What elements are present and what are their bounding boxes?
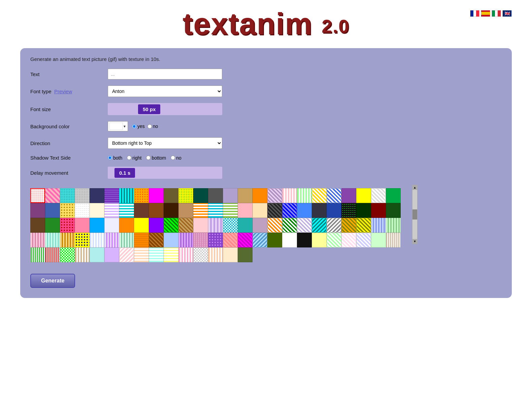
texture-item[interactable]	[193, 218, 208, 233]
texture-item[interactable]	[104, 233, 119, 247]
shadow-no-radio[interactable]	[171, 156, 175, 160]
texture-item[interactable]	[282, 218, 297, 233]
texture-item[interactable]	[267, 233, 282, 247]
texture-item[interactable]	[223, 218, 238, 233]
texture-item[interactable]	[223, 203, 238, 218]
texture-item[interactable]	[75, 218, 90, 233]
texture-item[interactable]	[223, 233, 238, 247]
texture-item[interactable]	[60, 218, 75, 233]
texture-item[interactable]	[356, 218, 371, 233]
bg-yes-label[interactable]: yes	[132, 124, 145, 129]
texture-item[interactable]	[119, 218, 134, 233]
bg-no-label[interactable]: no	[147, 124, 158, 129]
texture-item[interactable]	[75, 203, 90, 218]
texture-item[interactable]	[60, 203, 75, 218]
delay-slider[interactable]: 0.1 s	[108, 167, 222, 179]
texture-item[interactable]	[371, 218, 386, 233]
texture-item[interactable]	[178, 218, 193, 233]
preview-link[interactable]: Preview	[54, 89, 72, 94]
shadow-right-label[interactable]: right	[127, 155, 141, 161]
scroll-down-button[interactable]: ▼	[412, 239, 417, 244]
texture-item[interactable]	[282, 233, 297, 247]
texture-item[interactable]	[75, 247, 90, 262]
texture-item[interactable]	[119, 233, 134, 247]
texture-item[interactable]	[253, 218, 267, 233]
bg-no-radio[interactable]	[147, 124, 152, 129]
flag-english[interactable]: 🇬🇧	[502, 10, 512, 17]
texture-item[interactable]	[356, 233, 371, 247]
texture-item[interactable]	[178, 247, 193, 262]
texture-item[interactable]	[371, 233, 386, 247]
texture-item[interactable]	[267, 188, 282, 203]
texture-item[interactable]	[134, 203, 149, 218]
texture-item[interactable]	[253, 203, 267, 218]
generate-button[interactable]: Generate	[30, 274, 75, 288]
texture-item[interactable]	[164, 188, 178, 203]
flag-french[interactable]	[470, 10, 479, 17]
texture-item[interactable]	[327, 188, 341, 203]
texture-item[interactable]	[341, 233, 356, 247]
texture-item[interactable]	[312, 233, 327, 247]
texture-item[interactable]	[45, 218, 60, 233]
texture-item[interactable]	[238, 247, 253, 262]
texture-item[interactable]	[164, 233, 178, 247]
texture-item[interactable]	[208, 233, 223, 247]
texture-item[interactable]	[282, 203, 297, 218]
texture-item[interactable]	[356, 188, 371, 203]
texture-item[interactable]	[297, 203, 312, 218]
texture-item[interactable]	[253, 188, 267, 203]
texture-item[interactable]	[60, 188, 75, 203]
texture-item[interactable]	[341, 188, 356, 203]
texture-item[interactable]	[312, 218, 327, 233]
texture-item[interactable]	[104, 218, 119, 233]
shadow-right-radio[interactable]	[127, 156, 131, 160]
texture-item[interactable]	[371, 188, 386, 203]
texture-item[interactable]	[208, 188, 223, 203]
texture-item[interactable]	[90, 203, 104, 218]
texture-item[interactable]	[30, 247, 45, 262]
text-input[interactable]	[108, 69, 222, 79]
texture-item[interactable]	[208, 247, 223, 262]
texture-item[interactable]	[178, 233, 193, 247]
texture-item[interactable]	[164, 203, 178, 218]
font-size-slider[interactable]: 50 px	[108, 103, 222, 115]
texture-item[interactable]	[327, 203, 341, 218]
texture-item[interactable]	[30, 218, 45, 233]
flag-spanish[interactable]	[481, 10, 490, 17]
texture-item[interactable]	[193, 203, 208, 218]
texture-item[interactable]	[371, 203, 386, 218]
texture-item[interactable]	[386, 203, 401, 218]
texture-item[interactable]	[75, 233, 90, 247]
texture-item[interactable]	[119, 188, 134, 203]
texture-item[interactable]	[223, 247, 238, 262]
texture-item[interactable]	[253, 233, 267, 247]
texture-item[interactable]	[104, 247, 119, 262]
texture-item[interactable]	[90, 233, 104, 247]
texture-item[interactable]	[149, 188, 164, 203]
texture-item[interactable]	[149, 247, 164, 262]
texture-item[interactable]	[164, 247, 178, 262]
font-select[interactable]: Anton Arial Georgia Times New Roman Verd…	[108, 86, 222, 97]
texture-item[interactable]	[386, 233, 401, 247]
texture-item[interactable]	[297, 218, 312, 233]
texture-item[interactable]	[104, 203, 119, 218]
shadow-no-label[interactable]: no	[171, 155, 181, 161]
texture-scrollbar[interactable]: ▲ ▼	[412, 185, 418, 244]
shadow-bottom-label[interactable]: bottom	[146, 155, 166, 161]
texture-item[interactable]	[386, 188, 401, 203]
texture-item[interactable]	[30, 233, 45, 247]
texture-item[interactable]	[193, 188, 208, 203]
texture-item[interactable]	[134, 218, 149, 233]
texture-item[interactable]	[30, 188, 45, 203]
texture-item[interactable]	[223, 188, 238, 203]
direction-select[interactable]: Bottom right to Top Left to Right Right …	[108, 137, 222, 149]
texture-item[interactable]	[30, 203, 45, 218]
scroll-thumb[interactable]	[412, 209, 417, 220]
texture-item[interactable]	[45, 247, 60, 262]
texture-item[interactable]	[238, 233, 253, 247]
texture-item[interactable]	[90, 218, 104, 233]
texture-item[interactable]	[267, 218, 282, 233]
texture-item[interactable]	[119, 203, 134, 218]
texture-item[interactable]	[45, 203, 60, 218]
shadow-bottom-radio[interactable]	[146, 156, 151, 160]
